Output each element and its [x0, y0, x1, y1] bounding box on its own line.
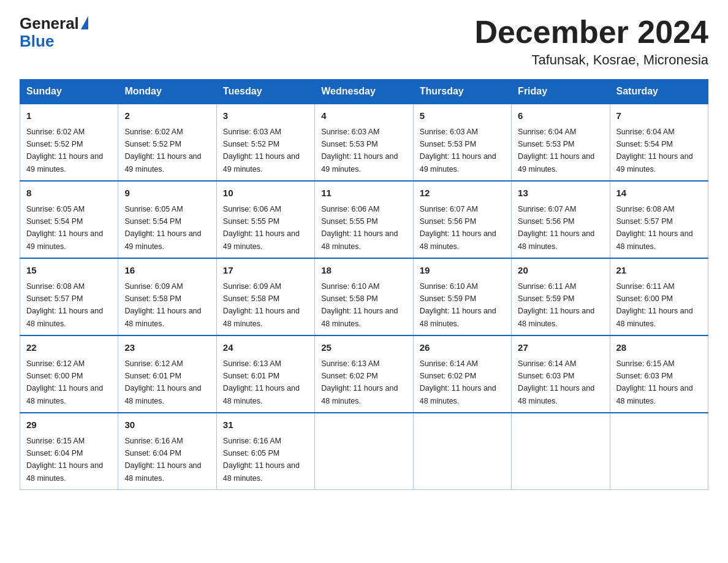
- logo-text-blue: Blue: [20, 33, 54, 50]
- calendar-cell: [315, 413, 413, 490]
- title-block: December 2024 Tafunsak, Kosrae, Micrones…: [474, 15, 708, 68]
- calendar-cell: 26Sunrise: 6:14 AMSunset: 6:02 PMDayligh…: [413, 335, 511, 413]
- calendar-cell: 30Sunrise: 6:16 AMSunset: 6:04 PMDayligh…: [118, 413, 216, 490]
- calendar-cell: 14Sunrise: 6:08 AMSunset: 5:57 PMDayligh…: [610, 181, 708, 258]
- calendar-cell: 29Sunrise: 6:15 AMSunset: 6:04 PMDayligh…: [20, 413, 118, 490]
- header-cell-tuesday: Tuesday: [216, 80, 314, 104]
- calendar-cell: 27Sunrise: 6:14 AMSunset: 6:03 PMDayligh…: [512, 335, 610, 413]
- day-number: 21: [616, 264, 702, 278]
- calendar-cell: 23Sunrise: 6:12 AMSunset: 6:01 PMDayligh…: [118, 335, 216, 413]
- calendar-cell: 21Sunrise: 6:11 AMSunset: 6:00 PMDayligh…: [610, 258, 708, 335]
- day-number: 20: [518, 264, 603, 278]
- calendar-week-row: 22Sunrise: 6:12 AMSunset: 6:00 PMDayligh…: [20, 335, 708, 413]
- calendar-cell: 17Sunrise: 6:09 AMSunset: 5:58 PMDayligh…: [216, 258, 314, 335]
- day-info: Sunrise: 6:16 AMSunset: 6:05 PMDaylight:…: [223, 437, 300, 483]
- day-number: 25: [321, 341, 406, 355]
- day-info: Sunrise: 6:03 AMSunset: 5:52 PMDaylight:…: [223, 128, 300, 174]
- header-cell-sunday: Sunday: [20, 80, 118, 104]
- day-info: Sunrise: 6:03 AMSunset: 5:53 PMDaylight:…: [321, 128, 398, 174]
- logo-triangle-icon: [81, 16, 88, 29]
- day-number: 8: [26, 186, 112, 201]
- day-info: Sunrise: 6:04 AMSunset: 5:54 PMDaylight:…: [616, 128, 693, 174]
- day-info: Sunrise: 6:14 AMSunset: 6:03 PMDaylight:…: [518, 359, 594, 405]
- day-info: Sunrise: 6:05 AMSunset: 5:54 PMDaylight:…: [26, 205, 103, 251]
- calendar-cell: 22Sunrise: 6:12 AMSunset: 6:00 PMDayligh…: [20, 335, 118, 413]
- day-number: 31: [223, 418, 308, 432]
- calendar-cell: 3Sunrise: 6:03 AMSunset: 5:52 PMDaylight…: [216, 104, 314, 181]
- day-info: Sunrise: 6:13 AMSunset: 6:01 PMDaylight:…: [223, 359, 300, 405]
- calendar-week-row: 15Sunrise: 6:08 AMSunset: 5:57 PMDayligh…: [20, 258, 708, 335]
- calendar-cell: 19Sunrise: 6:10 AMSunset: 5:59 PMDayligh…: [413, 258, 511, 335]
- calendar-table: SundayMondayTuesdayWednesdayThursdayFrid…: [20, 79, 708, 490]
- day-info: Sunrise: 6:09 AMSunset: 5:58 PMDaylight:…: [124, 282, 201, 328]
- day-info: Sunrise: 6:13 AMSunset: 6:02 PMDaylight:…: [321, 359, 398, 405]
- calendar-cell: 13Sunrise: 6:07 AMSunset: 5:56 PMDayligh…: [512, 181, 610, 258]
- day-info: Sunrise: 6:11 AMSunset: 5:59 PMDaylight:…: [518, 282, 594, 328]
- day-number: 18: [321, 264, 406, 278]
- day-info: Sunrise: 6:03 AMSunset: 5:53 PMDaylight:…: [420, 128, 496, 174]
- calendar-cell: 7Sunrise: 6:04 AMSunset: 5:54 PMDaylight…: [610, 104, 708, 181]
- day-info: Sunrise: 6:14 AMSunset: 6:02 PMDaylight:…: [420, 359, 496, 405]
- calendar-cell: 28Sunrise: 6:15 AMSunset: 6:03 PMDayligh…: [610, 335, 708, 413]
- day-number: 6: [518, 109, 603, 123]
- header-cell-wednesday: Wednesday: [315, 80, 413, 104]
- calendar-header: SundayMondayTuesdayWednesdayThursdayFrid…: [20, 80, 708, 104]
- page-header: General Blue December 2024 Tafunsak, Kos…: [20, 15, 708, 68]
- header-row: SundayMondayTuesdayWednesdayThursdayFrid…: [20, 80, 708, 104]
- day-number: 11: [321, 186, 406, 201]
- day-number: 26: [420, 341, 505, 355]
- calendar-cell: 8Sunrise: 6:05 AMSunset: 5:54 PMDaylight…: [20, 181, 118, 258]
- calendar-cell: 18Sunrise: 6:10 AMSunset: 5:58 PMDayligh…: [315, 258, 413, 335]
- calendar-body: 1Sunrise: 6:02 AMSunset: 5:52 PMDaylight…: [20, 104, 708, 490]
- calendar-cell: 12Sunrise: 6:07 AMSunset: 5:56 PMDayligh…: [413, 181, 511, 258]
- day-number: 22: [26, 341, 112, 355]
- calendar-cell: 25Sunrise: 6:13 AMSunset: 6:02 PMDayligh…: [315, 335, 413, 413]
- logo-text-general: General: [20, 15, 79, 33]
- calendar-cell: [512, 413, 610, 490]
- day-number: 29: [26, 418, 112, 432]
- calendar-cell: 9Sunrise: 6:05 AMSunset: 5:54 PMDaylight…: [118, 181, 216, 258]
- day-number: 24: [223, 341, 308, 355]
- day-number: 15: [26, 264, 112, 278]
- day-info: Sunrise: 6:05 AMSunset: 5:54 PMDaylight:…: [124, 205, 201, 251]
- page-subtitle: Tafunsak, Kosrae, Micronesia: [474, 52, 708, 68]
- day-number: 16: [124, 264, 210, 278]
- day-info: Sunrise: 6:06 AMSunset: 5:55 PMDaylight:…: [321, 205, 398, 251]
- calendar-cell: 10Sunrise: 6:06 AMSunset: 5:55 PMDayligh…: [216, 181, 314, 258]
- day-info: Sunrise: 6:15 AMSunset: 6:04 PMDaylight:…: [26, 437, 103, 483]
- day-number: 30: [124, 418, 210, 432]
- page-title: December 2024: [474, 15, 708, 50]
- day-number: 12: [420, 186, 505, 201]
- calendar-cell: 11Sunrise: 6:06 AMSunset: 5:55 PMDayligh…: [315, 181, 413, 258]
- calendar-week-row: 1Sunrise: 6:02 AMSunset: 5:52 PMDaylight…: [20, 104, 708, 181]
- logo: General Blue: [20, 15, 88, 50]
- calendar-cell: [413, 413, 511, 490]
- day-info: Sunrise: 6:15 AMSunset: 6:03 PMDaylight:…: [616, 359, 693, 405]
- calendar-cell: 24Sunrise: 6:13 AMSunset: 6:01 PMDayligh…: [216, 335, 314, 413]
- day-info: Sunrise: 6:06 AMSunset: 5:55 PMDaylight:…: [223, 205, 300, 251]
- header-cell-friday: Friday: [512, 80, 610, 104]
- day-number: 4: [321, 109, 406, 123]
- day-number: 17: [223, 264, 308, 278]
- day-info: Sunrise: 6:07 AMSunset: 5:56 PMDaylight:…: [420, 205, 496, 251]
- day-number: 2: [124, 109, 210, 123]
- day-number: 1: [26, 109, 112, 123]
- day-number: 23: [124, 341, 210, 355]
- day-info: Sunrise: 6:08 AMSunset: 5:57 PMDaylight:…: [616, 205, 693, 251]
- day-info: Sunrise: 6:02 AMSunset: 5:52 PMDaylight:…: [26, 128, 103, 174]
- day-number: 10: [223, 186, 308, 201]
- day-number: 5: [420, 109, 505, 123]
- day-number: 14: [616, 186, 702, 201]
- day-info: Sunrise: 6:08 AMSunset: 5:57 PMDaylight:…: [26, 282, 103, 328]
- calendar-cell: [610, 413, 708, 490]
- day-number: 19: [420, 264, 505, 278]
- calendar-cell: 4Sunrise: 6:03 AMSunset: 5:53 PMDaylight…: [315, 104, 413, 181]
- day-number: 9: [124, 186, 210, 201]
- header-cell-monday: Monday: [118, 80, 216, 104]
- header-cell-saturday: Saturday: [610, 80, 708, 104]
- day-info: Sunrise: 6:04 AMSunset: 5:53 PMDaylight:…: [518, 128, 594, 174]
- calendar-week-row: 8Sunrise: 6:05 AMSunset: 5:54 PMDaylight…: [20, 181, 708, 258]
- day-info: Sunrise: 6:02 AMSunset: 5:52 PMDaylight:…: [124, 128, 201, 174]
- calendar-cell: 20Sunrise: 6:11 AMSunset: 5:59 PMDayligh…: [512, 258, 610, 335]
- day-info: Sunrise: 6:10 AMSunset: 5:58 PMDaylight:…: [321, 282, 398, 328]
